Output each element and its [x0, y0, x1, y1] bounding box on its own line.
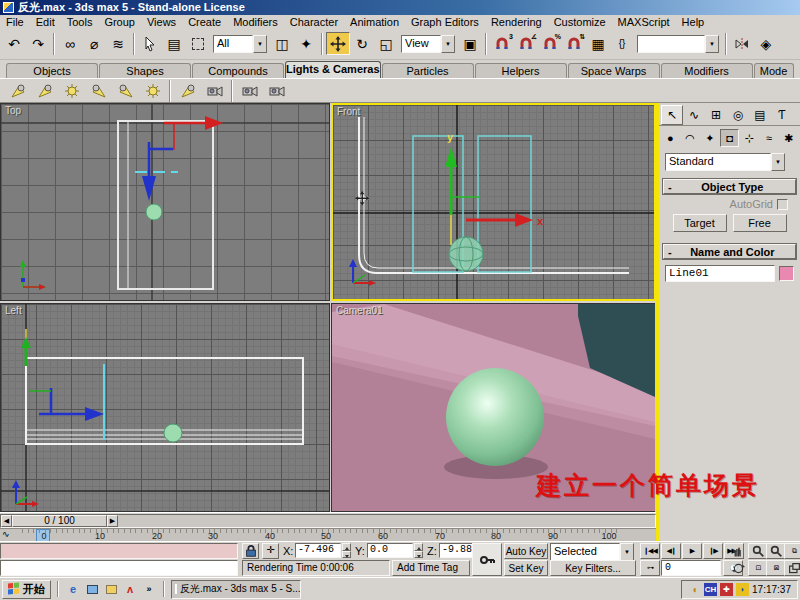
sphere-object-camera[interactable] [446, 368, 544, 466]
chevron-down-icon[interactable] [253, 35, 267, 53]
select-and-rotate-icon[interactable]: ↻ [350, 32, 374, 55]
play-animation-icon[interactable]: ▶ [682, 543, 702, 559]
sphere-object-front[interactable] [449, 237, 483, 271]
y-coord-field[interactable]: 0.0 [367, 543, 413, 558]
shapes-category-icon[interactable]: ◠ [681, 129, 700, 147]
create-tab-icon[interactable]: ↖ [661, 105, 683, 125]
menu-item-views[interactable]: Views [141, 16, 182, 28]
menu-item-tools[interactable]: Tools [61, 16, 99, 28]
modify-tab-icon[interactable]: ∿ [683, 105, 705, 125]
space-warps-category-icon[interactable]: ≈ [760, 129, 779, 147]
sphere-object-left[interactable] [164, 424, 182, 442]
undo-icon[interactable]: ↶ [2, 32, 26, 55]
object-category-dropdown[interactable]: Standard [665, 153, 794, 171]
go-to-start-icon[interactable]: ❙◀◀ [640, 543, 660, 559]
start-button[interactable]: 开始 [2, 580, 51, 599]
maxscript-listener-line[interactable] [0, 560, 238, 576]
named-selection-dropdown[interactable] [637, 35, 719, 53]
add-time-tag[interactable]: Add Time Tag [392, 560, 470, 576]
zoom-extents-icon[interactable]: ⊡ [748, 560, 768, 576]
collapse-icon[interactable]: - [668, 181, 672, 193]
key-filters-button[interactable]: Key Filters... [550, 560, 636, 576]
cameras-category-icon[interactable]: ◘ [720, 129, 739, 147]
quick-launch-overflow-icon[interactable]: » [141, 581, 157, 597]
tab-lights-cameras[interactable]: Lights & Cameras [285, 61, 381, 78]
use-pivot-point-center-icon[interactable]: ▣ [458, 32, 482, 55]
target-direct-icon[interactable] [85, 80, 112, 102]
set-keys-button[interactable] [472, 543, 502, 576]
select-and-scale-icon[interactable]: ◱ [374, 32, 398, 55]
min-max-toggle-icon[interactable] [784, 560, 800, 576]
select-by-name-icon[interactable]: ▤ [162, 32, 186, 55]
track-bar[interactable]: ∿ 0 10 20 30 40 50 60 70 80 90 100 [0, 528, 656, 541]
previous-frame-icon[interactable]: ◀❙ [661, 543, 681, 559]
tab-compounds[interactable]: Compounds [192, 63, 284, 78]
bind-to-space-warp-icon[interactable]: ≋ [106, 32, 130, 55]
tab-space-warps[interactable]: Space Warps [568, 63, 660, 78]
systems-category-icon[interactable]: ✱ [779, 129, 798, 147]
target-spot-icon[interactable] [4, 80, 31, 102]
tab-helpers[interactable]: Helpers [475, 63, 567, 78]
target-button[interactable]: Target [673, 214, 727, 232]
current-frame-field[interactable]: 0 [661, 560, 721, 576]
transform-gizmo[interactable]: y x [445, 131, 544, 245]
select-and-link-icon[interactable]: ∞ [58, 32, 82, 55]
percent-snap-icon[interactable]: % [538, 32, 562, 55]
auto-key-button[interactable]: Auto Key [504, 543, 548, 559]
mini-curve-editor-button[interactable]: ∿ [2, 529, 20, 541]
volume-icon[interactable]: ◖ [688, 583, 701, 596]
align-icon[interactable]: ◈ [754, 32, 778, 55]
taskbar-item-max[interactable]: 反光.max - 3ds max 5 - S... [171, 580, 301, 599]
chevron-down-icon[interactable] [441, 35, 455, 53]
viewport-camera-label[interactable]: Camera01 [336, 305, 383, 316]
line01-spline-object[interactable] [359, 117, 629, 273]
skylight-icon[interactable] [139, 80, 166, 102]
maxscript-macro-line[interactable] [0, 543, 238, 559]
quick-launch-outlook-icon[interactable] [103, 581, 119, 597]
antivirus-tray-icon[interactable]: ✚ [720, 583, 733, 596]
clock[interactable]: 17:17:37 [752, 584, 791, 595]
helpers-category-icon[interactable]: ⊹ [740, 129, 759, 147]
set-key-button[interactable]: Set Key [504, 560, 548, 576]
viewport-left[interactable]: Left [0, 303, 330, 512]
motion-tab-icon[interactable]: ◎ [727, 105, 749, 125]
tab-shapes[interactable]: Shapes [99, 63, 191, 78]
window-crossing-toggle-icon[interactable]: ◫ [270, 32, 294, 55]
quick-launch-desktop-icon[interactable] [84, 581, 100, 597]
menu-item-animation[interactable]: Animation [344, 16, 405, 28]
x-coord-field[interactable]: -7.496 [295, 543, 341, 558]
ime-language-icon[interactable]: CH [704, 583, 717, 596]
key-mode-toggle-icon[interactable]: ⊶ [640, 560, 660, 576]
y-spinner[interactable] [414, 543, 423, 558]
rectangular-selection-region-icon[interactable] [186, 32, 210, 55]
menu-item-graph-editors[interactable]: Graph Editors [405, 16, 485, 28]
object-name-field[interactable]: Line01 [665, 265, 775, 282]
select-and-move-icon[interactable] [326, 32, 350, 55]
menu-item-file[interactable]: File [0, 16, 30, 28]
menu-item-modifiers[interactable]: Modifiers [227, 16, 284, 28]
time-slider-handle[interactable]: 0 / 100 [12, 515, 107, 527]
geometry-category-icon[interactable]: ● [661, 129, 680, 147]
tab-modeling[interactable]: Mode [754, 63, 794, 78]
chevron-down-icon[interactable] [620, 543, 634, 561]
chevron-down-icon[interactable] [771, 153, 785, 171]
menu-item-character[interactable]: Character [284, 16, 344, 28]
menu-item-rendering[interactable]: Rendering [485, 16, 548, 28]
free-camera-icon[interactable] [263, 80, 290, 102]
menu-item-maxscript[interactable]: MAXScript [612, 16, 676, 28]
name-color-rollout-header[interactable]: - Name and Color [663, 244, 796, 259]
region-zoom-icon[interactable]: ⊠ [766, 560, 786, 576]
pan-view-icon[interactable] [730, 543, 746, 559]
sunlight-system-icon[interactable] [174, 80, 201, 102]
display-tab-icon[interactable]: ▤ [749, 105, 771, 125]
menu-item-edit[interactable]: Edit [30, 16, 61, 28]
plane-object-top[interactable] [118, 121, 213, 289]
daylight-system-icon[interactable] [201, 80, 228, 102]
utilities-tab-icon[interactable]: Ƭ [771, 105, 793, 125]
spinner-snap-icon[interactable]: ⇅ [562, 32, 586, 55]
key-mode-dropdown[interactable]: Selected [550, 543, 634, 561]
selection-filter-dropdown[interactable]: All [213, 35, 267, 53]
next-frame-icon[interactable]: ▶ [107, 515, 118, 527]
time-slider-track[interactable]: ◀ 0 / 100 ▶ [0, 514, 656, 528]
camera-gizmo-left[interactable] [29, 388, 104, 421]
